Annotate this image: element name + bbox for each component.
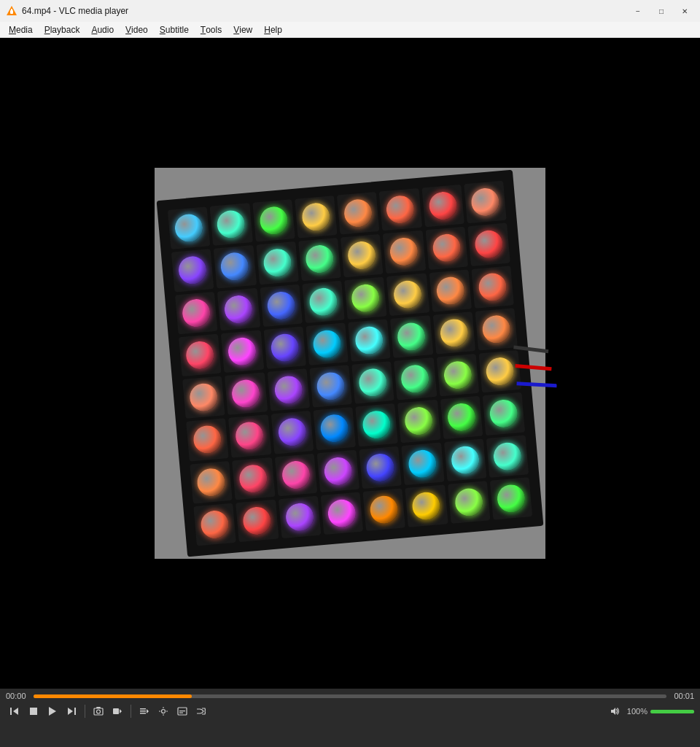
next-icon: [66, 706, 77, 716]
led-dot: [397, 322, 427, 352]
svg-rect-12: [113, 708, 119, 714]
led-cell: [221, 330, 264, 373]
separator-1: [85, 705, 85, 718]
led-cell: [482, 392, 525, 436]
led-cell: [302, 280, 345, 323]
svg-point-18: [162, 710, 166, 713]
minimize-button[interactable]: −: [629, 4, 648, 18]
led-cell: [486, 435, 529, 478]
led-cell: [228, 414, 271, 457]
volume-track[interactable]: [650, 710, 694, 713]
maximize-button[interactable]: □: [652, 4, 671, 18]
menu-item-video[interactable]: Video: [120, 22, 154, 37]
svg-point-10: [97, 710, 101, 713]
led-cell: [359, 446, 402, 489]
next-button[interactable]: [63, 703, 80, 719]
led-cell: [475, 308, 518, 351]
led-dot: [432, 233, 462, 263]
led-dot: [319, 414, 349, 444]
led-cell: [267, 368, 310, 411]
led-dot: [408, 449, 438, 479]
close-button[interactable]: ✕: [675, 4, 694, 18]
led-board: [155, 168, 545, 559]
led-cell: [274, 453, 317, 496]
led-dot: [435, 276, 465, 306]
stop-button[interactable]: [25, 703, 42, 719]
video-frame: [155, 168, 545, 559]
led-dot: [478, 272, 508, 302]
led-cell: [175, 291, 218, 334]
led-dot: [189, 382, 219, 412]
led-cell: [341, 234, 384, 277]
led-cell: [309, 365, 352, 408]
svg-rect-9: [94, 708, 103, 715]
led-dot: [182, 298, 211, 328]
led-dot: [362, 410, 392, 440]
led-dot: [228, 336, 257, 366]
led-cell: [425, 227, 468, 270]
led-cell: [306, 322, 349, 365]
led-cell: [252, 199, 295, 242]
led-dot: [270, 333, 300, 363]
led-dot: [284, 502, 314, 532]
menu-item-media[interactable]: Media: [3, 22, 39, 37]
led-dot: [327, 498, 357, 528]
svg-rect-25: [179, 713, 183, 713]
svg-rect-24: [179, 711, 185, 711]
led-cell: [214, 245, 257, 288]
progress-row: 00:00 00:01: [6, 692, 694, 700]
play-pause-button[interactable]: [44, 703, 61, 719]
led-dot: [273, 375, 303, 405]
svg-marker-4: [13, 708, 18, 715]
svg-rect-20: [163, 714, 164, 716]
led-dot: [489, 399, 518, 429]
led-dot: [262, 248, 292, 278]
menu-item-view[interactable]: View: [228, 22, 258, 37]
led-cell: [316, 449, 359, 492]
led-cell: [443, 438, 486, 481]
led-dot: [185, 340, 215, 370]
wire-blue: [516, 382, 556, 387]
record-button[interactable]: [109, 703, 126, 719]
previous-icon: [9, 706, 20, 716]
menu-item-playback[interactable]: Playback: [39, 22, 86, 37]
previous-button[interactable]: [6, 703, 23, 719]
led-cell: [362, 488, 405, 531]
wire-black: [513, 345, 548, 353]
led-dot: [470, 187, 500, 217]
led-cell: [271, 411, 314, 454]
led-cell: [355, 403, 398, 446]
progress-track[interactable]: [34, 694, 666, 698]
led-cell: [295, 196, 338, 239]
led-cell: [263, 326, 306, 369]
led-dot: [474, 230, 504, 260]
menu-item-subtitle[interactable]: Subtitle: [154, 22, 195, 37]
playlist-button[interactable]: [136, 703, 153, 719]
extended-settings-button[interactable]: [155, 703, 172, 719]
volume-area: 100%: [607, 703, 694, 719]
led-dot: [235, 421, 265, 451]
led-cell: [171, 249, 214, 292]
led-cell: [386, 273, 429, 316]
subtitle-toggle-button[interactable]: [174, 703, 191, 719]
led-dot: [347, 241, 377, 271]
led-cell: [298, 238, 341, 281]
snapshot-button[interactable]: [90, 703, 107, 719]
led-dot: [358, 368, 388, 398]
vlc-logo-icon: [6, 5, 18, 17]
led-cell: [432, 311, 475, 355]
menu-item-audio[interactable]: Audio: [85, 22, 120, 37]
menu-item-tools[interactable]: Tools: [195, 22, 228, 37]
led-dot: [200, 509, 230, 539]
video-area[interactable]: [0, 38, 700, 689]
svg-rect-7: [74, 708, 76, 715]
led-dot: [481, 314, 511, 344]
svg-rect-21: [159, 711, 160, 712]
led-dot: [224, 294, 254, 324]
volume-icon-button[interactable]: [607, 703, 624, 719]
menu-item-help[interactable]: Help: [258, 22, 288, 37]
shuffle-button[interactable]: [192, 703, 210, 719]
led-cell: [390, 315, 433, 358]
progress-fill: [34, 694, 192, 698]
svg-rect-19: [163, 707, 164, 708]
